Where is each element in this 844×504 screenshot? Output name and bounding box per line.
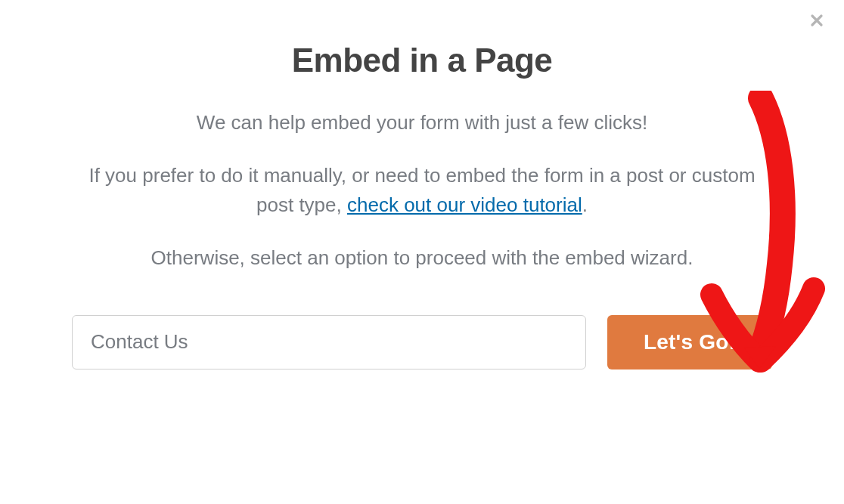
close-button[interactable] <box>806 11 827 32</box>
description-suffix: . <box>582 193 588 216</box>
modal-title: Embed in a Page <box>72 42 772 79</box>
close-icon <box>809 13 824 30</box>
embed-modal: Embed in a Page We can help embed your f… <box>0 0 844 504</box>
lets-go-button[interactable]: Let's Go! <box>607 315 772 369</box>
modal-description: If you prefer to do it manually, or need… <box>72 161 772 219</box>
modal-subtitle: We can help embed your form with just a … <box>72 108 772 137</box>
embed-form-row: Let's Go! <box>72 315 772 369</box>
page-name-input[interactable] <box>72 315 586 369</box>
video-tutorial-link[interactable]: check out our video tutorial <box>347 193 582 216</box>
modal-hint: Otherwise, select an option to proceed w… <box>72 243 772 272</box>
